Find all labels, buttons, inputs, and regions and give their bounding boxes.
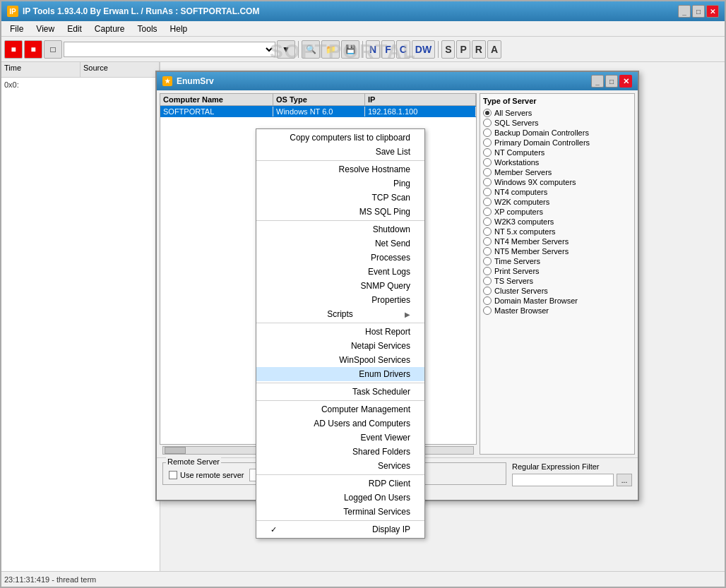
radio-label-1: SQL Servers [494,119,539,127]
dialog-minimize-button[interactable]: _ [591,75,604,88]
ctx-item-19[interactable]: Enum Drivers [256,367,424,381]
radio-label-14: NT5 Member Servers [494,247,569,256]
table-row[interactable]: SOFTPORTAL Windows NT 6.0 192.168.1.100 [160,106,476,117]
stop-red-button[interactable]: ■ [4,40,23,59]
p-button[interactable]: P [456,40,470,59]
radio-item-18[interactable]: Cluster Servers [483,286,631,296]
ctx-item-8[interactable]: Shutdown [256,222,424,236]
menu-help[interactable]: Help [165,23,194,35]
ctx-item-5[interactable]: TCP Scan [256,191,424,205]
r-button[interactable]: R [472,40,486,59]
menu-capture[interactable]: Capture [89,23,131,35]
ctx-item-27[interactable]: Services [256,459,424,473]
dialog-maximize-button[interactable]: □ [605,75,618,88]
ctx-label-14: Scripts [327,309,353,319]
save-button[interactable]: 💾 [341,40,359,59]
radio-item-4[interactable]: NT Computers [483,148,631,157]
search-button[interactable]: 🔍 [302,40,320,59]
radio-item-11[interactable]: W2K3 computers [483,217,631,227]
ctx-item-33[interactable]: ✓Display IP [256,522,424,536]
s-button[interactable]: S [441,40,455,59]
radio-label-2: Backup Domain Controllers [494,128,589,137]
scrollbar-thumb[interactable] [165,447,186,454]
radio-item-17[interactable]: TS Servers [483,276,631,286]
stop-button[interactable]: ■ [24,40,42,59]
radio-list: All ServersSQL ServersBackup Domain Cont… [483,108,631,316]
radio-item-1[interactable]: SQL Servers [483,118,631,128]
ctx-item-13[interactable]: Properties [256,293,424,307]
ctx-label-4: Ping [393,179,410,188]
new-button[interactable]: □ [44,40,62,59]
ctx-item-25[interactable]: Event Viewer [256,431,424,445]
radio-item-16[interactable]: Print Servers [483,266,631,276]
radio-item-9[interactable]: W2K computers [483,197,631,207]
use-remote-checkbox[interactable]: Use remote server [169,471,244,479]
ctx-item-14[interactable]: Scripts▶ [256,307,424,321]
radio-item-15[interactable]: Time Servers [483,256,631,266]
dialog-title: EnumSrv [177,76,591,86]
ctx-item-31[interactable]: Terminal Services [256,505,424,519]
ctx-item-16[interactable]: Host Report [256,325,424,339]
radio-circle-0 [483,109,492,117]
ctx-item-9[interactable]: Net Send [256,236,424,251]
radio-item-8[interactable]: NT4 computers [483,187,631,197]
menu-view[interactable]: View [30,23,60,35]
ctx-item-0[interactable]: Copy computers list to clipboard [256,131,424,145]
radio-item-0[interactable]: All Servers [483,108,631,118]
ctx-item-17[interactable]: Netapi Services [256,339,424,353]
ctx-item-21[interactable]: Task Scheduler [256,385,424,399]
radio-item-14[interactable]: NT5 Member Servers [483,246,631,256]
dw-button[interactable]: DW [412,40,435,59]
menu-tools[interactable]: Tools [132,23,163,35]
ctx-label-29: RDP Client [369,479,410,488]
ctx-item-12[interactable]: SNMP Query [256,279,424,293]
target-combo[interactable] [64,42,275,57]
radio-item-19[interactable]: Domain Master Browser [483,296,631,306]
radio-item-13[interactable]: NT4 Member Servers [483,236,631,246]
regular-expr-input[interactable] [512,474,614,486]
radio-item-12[interactable]: NT 5.x computers [483,227,631,236]
close-button[interactable]: ✕ [706,5,719,18]
radio-item-3[interactable]: Primary Domain Controllers [483,138,631,148]
ctx-item-30[interactable]: Logged On Users [256,491,424,505]
ctx-item-26[interactable]: Shared Folders [256,445,424,459]
ctx-item-3[interactable]: Resolve Hostname [256,162,424,176]
ctx-item-29[interactable]: RDP Client [256,476,424,491]
radio-item-6[interactable]: Member Servers [483,167,631,177]
ctx-item-10[interactable]: Processes [256,251,424,265]
maximize-button[interactable]: □ [692,5,705,18]
checkbox-box[interactable] [169,471,177,479]
context-menu: Copy computers list to clipboard Save Li… [256,128,425,539]
radio-item-7[interactable]: Windows 9X computers [483,177,631,187]
radio-item-2[interactable]: Backup Domain Controllers [483,128,631,138]
ctx-item-24[interactable]: AD Users and Computers [256,416,424,431]
c-button[interactable]: C [396,40,410,59]
ctx-item-4[interactable]: Ping [256,176,424,191]
ctx-label-6: MS SQL Ping [359,207,410,217]
dialog-close-button[interactable]: ✕ [619,75,632,88]
menu-edit[interactable]: Edit [61,23,88,35]
ctx-separator-7 [256,220,424,221]
nfc-button[interactable]: N [366,40,380,59]
folder-button[interactable]: 📁 [321,40,340,59]
radio-label-10: XP computers [494,208,543,216]
radio-item-20[interactable]: Master Browser [483,306,631,316]
radio-item-10[interactable]: XP computers [483,207,631,217]
ctx-checkmark-9 [270,239,273,248]
a-button[interactable]: A [487,40,501,59]
status-bar: 23:11:31:419 - thread term [1,571,725,587]
minimize-button[interactable]: _ [678,5,691,18]
ctx-item-1[interactable]: Save List [256,145,424,159]
dropdown-arrow[interactable]: ▼ [277,40,295,59]
cell-ip: 192.168.1.100 [365,107,476,116]
radio-item-5[interactable]: Workstations [483,157,631,167]
regular-expr-browse-button[interactable]: ... [617,474,632,486]
ctx-item-11[interactable]: Event Logs [256,265,424,279]
radio-circle-10 [483,208,492,216]
menu-file[interactable]: File [4,23,29,35]
fc-button[interactable]: F [381,40,395,59]
list-header: Computer Name OS Type IP [160,93,477,105]
ctx-item-6[interactable]: MS SQL Ping [256,205,424,219]
ctx-item-23[interactable]: Computer Management [256,402,424,416]
ctx-item-18[interactable]: WinSpool Services [256,353,424,367]
